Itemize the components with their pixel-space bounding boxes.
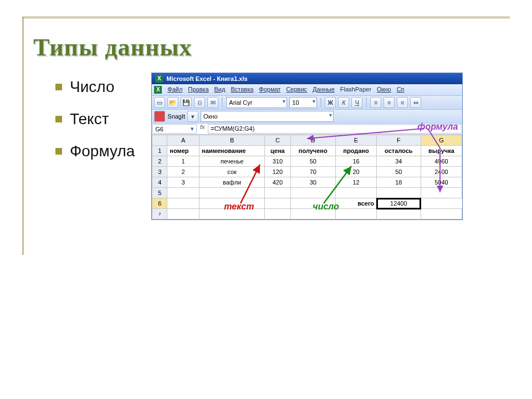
bold-button[interactable]: Ж: [325, 97, 336, 108]
cell[interactable]: 5040: [421, 177, 462, 188]
cell[interactable]: 12: [335, 177, 376, 188]
menu-flashpaper[interactable]: FlashPaper: [340, 86, 371, 94]
excel-icon: X: [155, 75, 163, 83]
row-head-1[interactable]: 1: [152, 146, 167, 156]
cell[interactable]: [377, 188, 421, 198]
chevron-down-icon[interactable]: ▾: [191, 125, 194, 132]
merge-icon[interactable]: ⇔: [410, 97, 421, 108]
cell[interactable]: осталось: [377, 146, 421, 156]
col-A[interactable]: A: [167, 135, 200, 146]
cell[interactable]: [167, 209, 200, 219]
menu-data[interactable]: Данные: [313, 86, 335, 94]
align-left-icon[interactable]: ≡: [370, 97, 381, 108]
row-head-2[interactable]: 2: [152, 156, 167, 167]
font-name-combo[interactable]: Arial Cyr: [226, 97, 287, 108]
snagit-window-combo[interactable]: Окно: [201, 111, 334, 122]
col-C[interactable]: C: [265, 135, 290, 146]
name-box[interactable]: G6 ▾: [152, 124, 197, 134]
cell[interactable]: [421, 188, 462, 198]
cell[interactable]: [167, 198, 200, 209]
col-G[interactable]: G: [421, 135, 462, 146]
cell[interactable]: 34: [377, 156, 421, 167]
standard-toolbar[interactable]: ▭ 📂 💾 ⎙ ✉ Arial Cyr 10 Ж К Ч ≡ ≡ ≡ ⇔: [152, 96, 462, 110]
cell[interactable]: 420: [265, 177, 290, 188]
col-D[interactable]: D: [290, 135, 335, 146]
cell[interactable]: [200, 188, 265, 198]
menu-format[interactable]: Формат: [259, 86, 280, 94]
row-head-6[interactable]: 6: [152, 198, 167, 209]
menu-view[interactable]: Вид: [214, 86, 226, 94]
window-title: Microsoft Excel - Книга1.xls: [166, 75, 247, 82]
cell[interactable]: [377, 209, 421, 219]
cell[interactable]: номер: [167, 146, 200, 156]
fx-icon[interactable]: fx: [197, 124, 207, 134]
cell[interactable]: 3: [167, 177, 200, 188]
cell[interactable]: 4960: [421, 156, 462, 167]
header-row: 1 номер наименование цена получено прода…: [152, 146, 462, 156]
cell[interactable]: [421, 209, 462, 219]
row-head-4[interactable]: 4: [152, 177, 167, 188]
menu-window[interactable]: Окно: [377, 86, 391, 94]
cell[interactable]: печенье: [200, 156, 265, 167]
open-icon[interactable]: 📂: [167, 97, 178, 108]
print-icon[interactable]: ⎙: [194, 97, 205, 108]
row-head-7[interactable]: 7: [152, 209, 167, 219]
italic-button[interactable]: К: [338, 97, 349, 108]
cell[interactable]: продано: [335, 146, 376, 156]
cell[interactable]: 70: [290, 167, 335, 177]
cell[interactable]: 2: [167, 167, 200, 177]
menu-help[interactable]: Сп: [397, 86, 405, 94]
annotation-text: текст: [224, 202, 254, 212]
menubar[interactable]: X Файл Правка Вид Вставка Формат Сервис …: [152, 84, 462, 96]
menu-insert[interactable]: Вставка: [231, 86, 253, 94]
permission-icon[interactable]: ✉: [207, 97, 218, 108]
cell[interactable]: [265, 198, 290, 209]
cell[interactable]: цена: [265, 146, 290, 156]
col-F[interactable]: F: [377, 135, 421, 146]
cell[interactable]: [335, 188, 376, 198]
selected-cell[interactable]: 12400: [377, 198, 421, 209]
menu-file[interactable]: Файл: [167, 86, 182, 94]
align-right-icon[interactable]: ≡: [397, 97, 408, 108]
cell[interactable]: выручка: [421, 146, 462, 156]
cell[interactable]: вафли: [200, 177, 265, 188]
cell[interactable]: получено: [290, 146, 335, 156]
cell[interactable]: 30: [290, 177, 335, 188]
cell[interactable]: [265, 188, 290, 198]
annotation-formula: формула: [417, 122, 458, 132]
underline-button[interactable]: Ч: [351, 97, 362, 108]
cell[interactable]: [335, 209, 376, 219]
select-all-corner[interactable]: [152, 135, 167, 146]
snagit-dropdown-icon[interactable]: ▾: [187, 111, 198, 122]
row-head-3[interactable]: 3: [152, 167, 167, 177]
menu-tools[interactable]: Сервис: [286, 86, 307, 94]
spreadsheet-grid[interactable]: A B C D E F G 1 номер наименование цена …: [152, 135, 462, 219]
menu-edit[interactable]: Правка: [188, 86, 208, 94]
cell[interactable]: 20: [335, 167, 376, 177]
snagit-toolbar[interactable]: SnagIt ▾ Окно: [152, 110, 462, 124]
cell[interactable]: 2400: [421, 167, 462, 177]
font-size-combo[interactable]: 10: [289, 97, 317, 108]
col-B[interactable]: B: [200, 135, 265, 146]
snagit-icon[interactable]: [154, 111, 165, 122]
col-E[interactable]: E: [335, 135, 376, 146]
cell[interactable]: наименование: [200, 146, 265, 156]
row-head-5[interactable]: 5: [152, 188, 167, 198]
cell[interactable]: 50: [377, 167, 421, 177]
excel-window: X Microsoft Excel - Книга1.xls X Файл Пр…: [151, 73, 463, 220]
save-icon[interactable]: 💾: [181, 97, 192, 108]
align-center-icon[interactable]: ≡: [383, 97, 395, 108]
cell[interactable]: 50: [290, 156, 335, 167]
cell[interactable]: 18: [377, 177, 421, 188]
cell[interactable]: 1: [167, 156, 200, 167]
cell[interactable]: [290, 188, 335, 198]
cell[interactable]: 16: [335, 156, 376, 167]
cell[interactable]: [167, 188, 200, 198]
cell[interactable]: [265, 209, 290, 219]
toolbar-separator: [320, 98, 321, 108]
new-icon[interactable]: ▭: [154, 97, 165, 108]
cell[interactable]: сок: [200, 167, 265, 177]
total-label[interactable]: всего: [335, 198, 376, 209]
cell[interactable]: 310: [265, 156, 290, 167]
cell[interactable]: 120: [265, 167, 290, 177]
